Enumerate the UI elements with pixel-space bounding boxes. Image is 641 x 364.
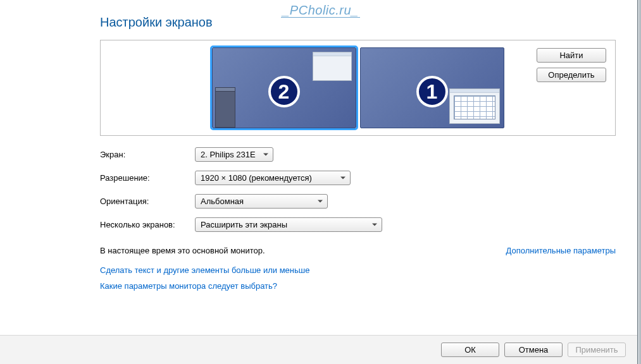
orientation-select[interactable]: Альбомная: [195, 194, 328, 209]
monitor-thumbnail-2[interactable]: 2: [212, 47, 356, 128]
resolution-select[interactable]: 1920 × 1080 (рекомендуется): [195, 171, 351, 185]
multiple-displays-label: Несколько экранов:: [100, 220, 195, 229]
primary-monitor-status: В настоящее время это основной монитор.: [100, 246, 265, 255]
display-settings-window: _PCholic.ru_ Настройки экранов 2 1 Найти…: [0, 0, 641, 364]
preview-window-icon: [215, 87, 235, 128]
apply-button: Применить: [568, 343, 626, 357]
monitor-number-badge: 1: [416, 76, 448, 107]
preview-window-icon: [449, 88, 500, 124]
monitor-preview: 2 1 Найти Определить: [100, 40, 616, 136]
monitor-thumbnail-1[interactable]: 1: [360, 47, 504, 128]
ok-button[interactable]: ОК: [441, 343, 499, 357]
identify-button[interactable]: Определить: [537, 68, 606, 82]
preview-window-icon: [313, 52, 352, 81]
advanced-settings-link[interactable]: Дополнительные параметры: [506, 246, 616, 255]
orientation-label: Ориентация:: [100, 197, 195, 206]
page-title: Настройки экранов: [100, 15, 616, 30]
orientation-select-value: Альбомная: [201, 197, 244, 206]
display-label: Экран:: [100, 150, 195, 159]
window-border-right: [637, 0, 641, 364]
resolution-label: Разрешение:: [100, 173, 195, 183]
text-size-link[interactable]: Сделать текст и другие элементы больше и…: [100, 265, 616, 275]
resolution-select-value: 1920 × 1080 (рекомендуется): [201, 173, 312, 183]
multiple-displays-select-value: Расширить эти экраны: [201, 220, 287, 229]
multiple-displays-select[interactable]: Расширить эти экраны: [195, 217, 382, 232]
monitor-number-badge: 2: [268, 76, 300, 107]
detect-button[interactable]: Найти: [537, 48, 606, 63]
display-select[interactable]: 2. Philips 231E: [195, 147, 273, 162]
cancel-button[interactable]: Отмена: [504, 343, 563, 357]
which-settings-link[interactable]: Какие параметры монитора следует выбрать…: [100, 281, 616, 291]
dialog-footer: ОК Отмена Применить: [0, 335, 637, 364]
display-select-value: 2. Philips 231E: [201, 150, 256, 159]
